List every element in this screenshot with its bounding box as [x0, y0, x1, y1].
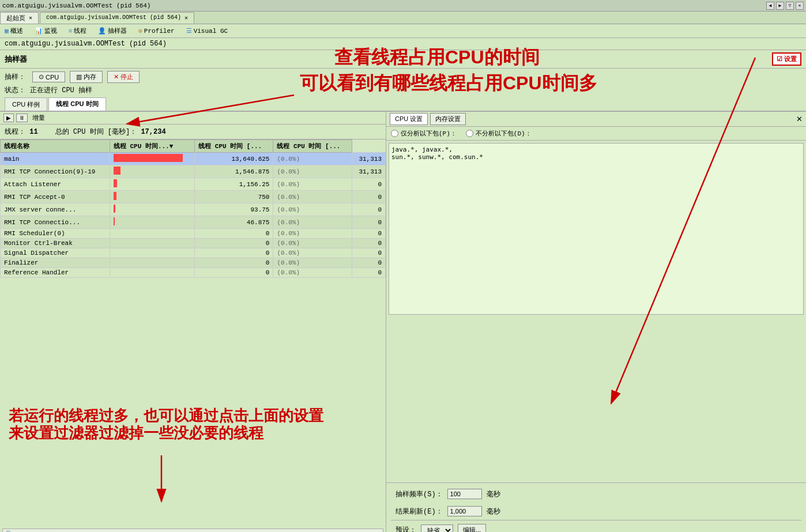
filter-textarea[interactable]: java.*, javax.*, sun.*, sunw.*, com.sun.…: [389, 143, 804, 315]
left-panel: ▶ ⏸ 增量 线程： 11 总的 CPU 时间 [毫秒]： 17,234: [0, 112, 386, 532]
table-row[interactable]: Signal Dispatcher0(0.0%)0: [1, 248, 386, 258]
sample-rate-row: 抽样频率(S)： 毫秒: [391, 485, 801, 503]
refresh-rate-label: 结果刷新(E)：: [396, 507, 443, 516]
menu-overview[interactable]: ▦ 概述: [2, 25, 25, 36]
analyze-pkg-label: 仅分析以下包(P)：: [401, 129, 457, 138]
tab-start-page[interactable]: 起始页 ✕: [0, 12, 39, 24]
sample-rate-unit: 毫秒: [487, 489, 500, 499]
thread-name-cell: RMI TCP Connectio...: [1, 216, 110, 229]
nav-menu-btn[interactable]: ▽: [786, 2, 794, 10]
nav-forward-btn[interactable]: ▶: [776, 2, 784, 10]
cpu-time-cell: 1,546.875: [195, 165, 273, 178]
preset-label: 预设：: [396, 525, 416, 532]
sample-rate-input[interactable]: [447, 489, 482, 499]
edit-button[interactable]: 编辑...: [458, 524, 486, 532]
bar-cell: [110, 248, 194, 258]
main-area: 抽样器 ☑ 设置 抽样： ⊙ CPU ▥ 内存 ✕ 停止 状态： 正在进行 CP…: [0, 50, 806, 532]
filter-options: 仅分析以下包(P)： 不分析以下包(D)：: [386, 127, 806, 141]
pct-cell: (0.0%): [273, 268, 352, 278]
memory-button[interactable]: ▥ 内存: [70, 71, 103, 83]
overview-icon: ▦: [5, 27, 9, 35]
tab-close-oom[interactable]: ✕: [184, 14, 188, 21]
tab-oom-test[interactable]: com.atguigu.jvisualvm.OOMTest (pid 564) …: [40, 12, 194, 24]
sampler-icon: 👤: [98, 27, 106, 35]
filter-input[interactable]: [16, 530, 376, 533]
filter-bar[interactable]: 🔍 ▼: [2, 529, 383, 532]
thread-name-cell: Attach Listener: [1, 178, 110, 191]
bar-cell: [110, 203, 194, 216]
panel-close-button[interactable]: ✕: [796, 115, 803, 123]
preset-select[interactable]: 缺省: [421, 525, 453, 533]
sampler-controls: 抽样： ⊙ CPU ▥ 内存 ✕ 停止 状态： 正在进行 CPU 抽样: [0, 69, 806, 97]
menu-bar: ▦ 概述 📊 监视 ≡ 线程 👤 抽样器 ⊙ Profiler ☰ Visual…: [0, 24, 806, 38]
thread-count-label: 线程： 11: [5, 127, 38, 137]
bar-cell: [110, 268, 194, 278]
app-title: com.atguigu.jvisualvm.OOMTest (pid 564): [5, 40, 167, 48]
thread-name-cell: RMI TCP Accept-0: [1, 191, 110, 203]
tab-close-start[interactable]: ✕: [29, 14, 32, 21]
refresh-rate-input[interactable]: [447, 506, 482, 516]
cpu-button[interactable]: ⊙ CPU: [32, 71, 65, 82]
thread-icon: ≡: [69, 28, 73, 35]
no-analyze-pkg-label: 不分析以下包(D)：: [476, 129, 532, 138]
cpu-time-cell: 0: [195, 258, 273, 268]
no-analyze-pkg-radio[interactable]: 不分析以下包(D)：: [466, 129, 532, 138]
sample-type-row: 抽样： ⊙ CPU ▥ 内存 ✕ 停止: [5, 71, 801, 83]
menu-overview-label: 概述: [10, 27, 23, 35]
extra-cell: 0: [352, 178, 385, 191]
cpu-time-value: 17,234: [141, 128, 165, 136]
cpu-time-cell: 46.875: [195, 216, 273, 229]
table-row[interactable]: RMI TCP Connectio...46.875(0.0%)0: [1, 216, 386, 229]
play-button[interactable]: ▶: [3, 114, 14, 122]
filter-dropdown-icon[interactable]: ▼: [376, 530, 383, 533]
table-row[interactable]: Attach Listener1,156.25(0.0%)0: [1, 178, 386, 191]
stop-button[interactable]: ✕ 停止: [107, 71, 140, 83]
pct-cell: (0.0%): [273, 191, 352, 203]
increment-label: 增量: [32, 114, 45, 122]
col-cpu-time-bar[interactable]: 线程 CPU 时间...▼: [110, 140, 194, 153]
tab-thread-cpu-time[interactable]: 线程 CPU 时间: [48, 97, 106, 111]
thread-name-cell: RMI Scheduler(0): [1, 229, 110, 239]
extra-cell: 0: [352, 268, 385, 278]
table-row[interactable]: Finalizer0(0.0%)0: [1, 258, 386, 268]
thread-name-cell: Finalizer: [1, 258, 110, 268]
table-row[interactable]: JMX server conne...93.75(0.0%)0: [1, 203, 386, 216]
tab-mem-settings[interactable]: 内存设置: [430, 113, 466, 125]
menu-visualgc[interactable]: ☰ Visual GC: [184, 26, 230, 36]
tab-cpu-settings[interactable]: CPU 设置: [390, 113, 428, 125]
close-btn[interactable]: ✕: [796, 2, 804, 10]
table-row[interactable]: RMI TCP Connection(9)-191,546.875(0.0%)3…: [1, 165, 386, 178]
settings-button[interactable]: ☑ 设置: [772, 52, 801, 66]
extra-cell: 0: [352, 248, 385, 258]
cpu-time-stat: 总的 CPU 时间 [毫秒]： 17,234: [55, 127, 166, 137]
table-row[interactable]: Reference Handler0(0.0%)0: [1, 268, 386, 278]
cpu-time-cell: 13,640.625: [195, 153, 273, 165]
status-label: 状态：: [5, 85, 25, 95]
menu-monitor[interactable]: 📊 监视: [32, 25, 59, 36]
table-row[interactable]: Monitor Ctrl-Break0(0.0%)0: [1, 239, 386, 248]
col-thread-name[interactable]: 线程名称: [1, 140, 110, 153]
pct-cell: (0.0%): [273, 178, 352, 191]
col-cpu-time-extra[interactable]: 线程 CPU 时间 [...: [273, 140, 352, 153]
tab-cpu-sample[interactable]: CPU 样例: [5, 97, 47, 111]
analyze-pkg-radio[interactable]: 仅分析以下包(P)：: [391, 129, 457, 138]
menu-monitor-label: 监视: [44, 27, 57, 35]
extra-cell: 0: [352, 239, 385, 248]
bar-cell: [110, 216, 194, 229]
pause-button[interactable]: ⏸: [16, 114, 28, 122]
menu-thread[interactable]: ≡ 线程: [66, 25, 89, 36]
thread-name-cell: RMI TCP Connection(9)-19: [1, 165, 110, 178]
menu-profiler[interactable]: ⊙ Profiler: [136, 26, 176, 36]
table-row[interactable]: RMI TCP Accept-0750(0.0%)0: [1, 191, 386, 203]
sampler-header: 抽样器 ☑ 设置: [0, 50, 806, 69]
menu-sampler[interactable]: 👤 抽样器: [96, 25, 129, 36]
extra-cell: 0: [352, 191, 385, 203]
nav-back-btn[interactable]: ◀: [766, 2, 774, 10]
table-row[interactable]: main13,640.625(0.0%)31,313: [1, 153, 386, 165]
col-cpu-time-ms[interactable]: 线程 CPU 时间 [...: [195, 140, 273, 153]
pct-cell: (0.0%): [273, 248, 352, 258]
extra-cell: 0: [352, 229, 385, 239]
window-controls[interactable]: ◀ ▶ ▽ ✕: [766, 2, 804, 10]
content-split: ▶ ⏸ 增量 线程： 11 总的 CPU 时间 [毫秒]： 17,234: [0, 112, 806, 532]
table-row[interactable]: RMI Scheduler(0)0(0.0%)0: [1, 229, 386, 239]
